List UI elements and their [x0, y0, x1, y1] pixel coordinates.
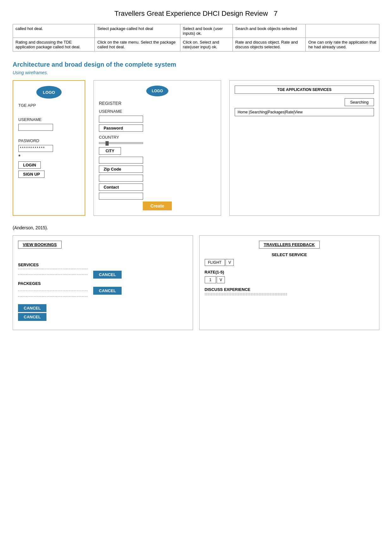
- cancel-button-1[interactable]: CANCEL: [93, 271, 122, 279]
- password-button[interactable]: Password: [99, 124, 143, 132]
- flight-dropdown-icon[interactable]: V: [226, 259, 234, 266]
- package-line-1: [18, 291, 87, 291]
- table-row: Rating and discussing the TDE applicatio…: [13, 38, 379, 51]
- travellers-feedback-wireframe: TRAVELLERS FEEDBACK SELECT SERVICE FLIGH…: [199, 235, 380, 330]
- zipcode-input[interactable]: [99, 175, 143, 182]
- contact-button[interactable]: Contact: [99, 184, 143, 191]
- flight-select-row: FLIGHT V: [205, 259, 374, 266]
- rate-label: RATE(1-5): [205, 270, 374, 274]
- contact-input[interactable]: [99, 193, 143, 200]
- service-line-2: [18, 274, 87, 275]
- register-wireframe-wrapper: LOGO REGISTER USERNAME Password COUNTRY …: [92, 80, 223, 216]
- password-display: ************: [18, 145, 53, 152]
- tge-services-wireframe: TGE APPLICATION SERVICES Searching Home …: [229, 80, 379, 216]
- username-register-label: USERNAME: [99, 109, 122, 114]
- discuss-line-1: [205, 293, 287, 293]
- asterisk-icon: *: [18, 154, 21, 160]
- username-register-input[interactable]: [99, 116, 143, 123]
- register-label: REGISTER: [99, 101, 122, 106]
- data-table: called hot deal. Select package called h…: [13, 24, 379, 51]
- service-line-1: [18, 269, 87, 269]
- username-label: USERNAME: [18, 117, 42, 122]
- search-button[interactable]: Searching: [345, 98, 374, 106]
- login-button[interactable]: LOGIN: [18, 161, 41, 169]
- signup-button[interactable]: SIGN UP: [18, 171, 45, 178]
- username-input[interactable]: [18, 124, 53, 131]
- nav-bar[interactable]: Home |Searching|Packages|Rate|View: [235, 108, 374, 116]
- rate-row: 1 V: [205, 276, 374, 283]
- services-label: SERVICES: [18, 262, 188, 267]
- select-service-label: SELECT SERVICE: [205, 252, 374, 257]
- login-wireframe: LOGO TGE APP USERNAME PASWORD **********…: [13, 80, 85, 216]
- cancel-button-3[interactable]: CANCEL: [18, 304, 46, 312]
- country-label: COUNTRY: [99, 135, 119, 140]
- package-line-2: [18, 296, 87, 297]
- packages-label: PACKEGES: [18, 281, 188, 286]
- travellers-feedback-title: TRAVELLERS FEEDBACK: [259, 241, 320, 249]
- extra-cancel-row-1: CANCEL: [18, 304, 188, 312]
- register-wireframe: LOGO REGISTER USERNAME Password COUNTRY …: [93, 80, 221, 216]
- logo-oval: LOGO: [36, 86, 62, 99]
- page-title: Travellers Great Experience DHCI Design …: [13, 6, 379, 18]
- service-row-2: CANCEL: [18, 271, 188, 279]
- discuss-line-3: [205, 295, 287, 295]
- view-bookings-wireframe: VIEW BOOKINGS SERVICES CANCEL PACKEGES C…: [13, 235, 193, 330]
- wireframes-row: LOGO TGE APP USERNAME PASWORD **********…: [13, 80, 379, 216]
- package-row-1: CANCEL: [18, 287, 188, 295]
- rate-value[interactable]: 1: [205, 276, 216, 283]
- discuss-line-2: [205, 294, 287, 294]
- country-slider[interactable]: [99, 142, 143, 145]
- extra-cancel-row-2: CANCEL: [18, 313, 188, 321]
- discuss-label: DISCUSS EXPERIENCE: [205, 287, 374, 292]
- create-button[interactable]: Create: [143, 202, 172, 210]
- city-input[interactable]: [99, 157, 143, 164]
- rate-dropdown-icon[interactable]: V: [217, 276, 225, 283]
- table-row: called hot deal. Select package called h…: [13, 24, 379, 38]
- flight-label: FLIGHT: [205, 259, 225, 266]
- app-label: TGE APP: [18, 103, 36, 108]
- cancel-button-2[interactable]: CANCEL: [93, 287, 122, 295]
- zipcode-button[interactable]: Zip Code: [99, 166, 143, 173]
- password-label: PASWORD: [18, 138, 39, 143]
- section-heading: Architecture and broad design of the com…: [13, 61, 379, 68]
- city-box: CITY: [99, 147, 121, 155]
- bottom-wireframes-row: VIEW BOOKINGS SERVICES CANCEL PACKEGES C…: [13, 235, 379, 330]
- cancel-button-4[interactable]: CANCEL: [18, 313, 46, 321]
- package-row-2: [18, 296, 188, 297]
- service-row-1: [18, 268, 188, 270]
- sub-heading: Using wireframes.: [13, 70, 379, 75]
- view-bookings-button[interactable]: VIEW BOOKINGS: [18, 241, 62, 249]
- tge-header: TGE APPLICATION SERVICES: [235, 86, 374, 94]
- citation: (Anderson, 2015).: [13, 225, 379, 230]
- logo-oval-register: LOGO: [146, 86, 168, 96]
